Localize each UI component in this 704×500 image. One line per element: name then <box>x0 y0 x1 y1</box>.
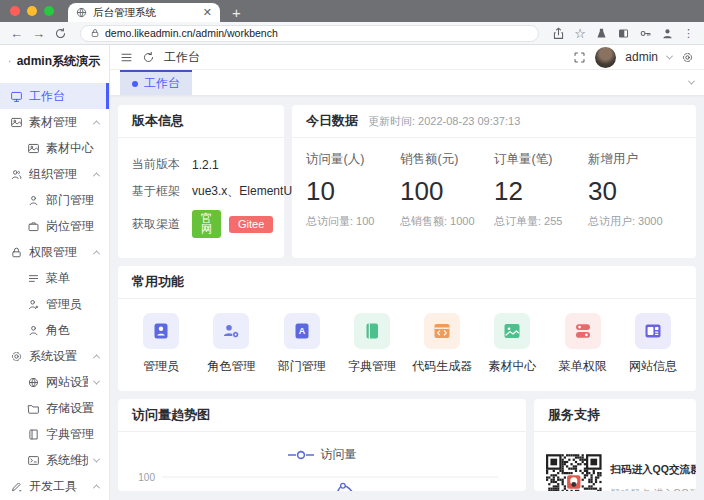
minimize-window-button[interactable] <box>27 6 37 16</box>
version-row: 当前版本 1.2.1 <box>132 156 270 173</box>
user-menu-chevron-icon[interactable] <box>666 52 673 59</box>
tag-view-bar: 工作台 <box>110 70 704 96</box>
department-icon: A <box>292 321 312 341</box>
sidebar-group-material[interactable]: 素材管理 <box>0 109 109 135</box>
material-center-icon <box>502 321 522 341</box>
sidepanel-icon[interactable] <box>617 27 630 40</box>
collapse-icon <box>93 354 100 361</box>
likeadmin-logo-icon <box>9 53 11 70</box>
settings-gear-icon[interactable] <box>681 51 694 64</box>
app-logo[interactable]: admin系统演示 <box>0 45 109 77</box>
update-time: 更新时间: 2022-08-23 09:37:13 <box>368 114 520 129</box>
tab-close-icon[interactable]: ✕ <box>203 7 212 18</box>
reload-icon[interactable] <box>54 27 67 40</box>
gitee-button[interactable]: Gitee <box>229 216 273 233</box>
list-icon <box>27 272 40 285</box>
sidebar-item-storage-settings[interactable]: 存储设置 <box>0 395 109 421</box>
sidebar-group-organization[interactable]: 组织管理 <box>0 161 109 187</box>
sidebar: admin系统演示 工作台 素材管理 素材中心 组织管理 部门管理 <box>0 45 110 500</box>
qq-group-qr-code <box>546 448 602 491</box>
bookmark-star-icon[interactable]: ☆ <box>574 27 586 40</box>
trend-card-title: 访问量趋势图 <box>132 406 210 424</box>
tabs-dropdown-chevron-icon[interactable] <box>688 78 695 85</box>
refresh-icon[interactable] <box>142 51 155 64</box>
sidebar-item-role[interactable]: 角色 <box>0 317 109 343</box>
user-avatar[interactable] <box>595 47 616 68</box>
zoom-window-button[interactable] <box>44 6 54 16</box>
today-card-title: 今日数据 <box>306 112 358 130</box>
username[interactable]: admin <box>625 50 658 64</box>
window-controls <box>10 0 54 22</box>
sidebar-item-menu[interactable]: 菜单 <box>0 265 109 291</box>
app-title: admin系统演示 <box>17 53 100 70</box>
password-key-icon[interactable] <box>639 27 652 40</box>
tab-workbench[interactable]: 工作台 <box>120 70 192 95</box>
sidebar-item-material-center[interactable]: 素材中心 <box>0 135 109 161</box>
back-icon[interactable]: ← <box>10 27 23 40</box>
legend-label: 访问量 <box>321 446 357 463</box>
hamburger-menu-icon[interactable] <box>120 51 133 64</box>
sidebar-group-system-settings[interactable]: 系统设置 <box>0 343 109 369</box>
func-department[interactable]: A 部门管理 <box>267 313 337 375</box>
sidebar-item-admin[interactable]: 管理员 <box>0 291 109 317</box>
official-site-button[interactable]: 官网 <box>192 210 221 238</box>
stat-new-users: 新增用户 30 总访用户: 3000 <box>588 151 682 229</box>
browser-menu-icon[interactable]: ⋮ <box>683 28 694 39</box>
menu-permission-icon <box>573 321 593 341</box>
main-area: 工作台 admin 工作台 版本信息 当前版本 <box>110 45 704 500</box>
legend-marker-icon <box>288 450 314 460</box>
collapse-icon <box>93 484 100 491</box>
func-menu-permission[interactable]: 菜单权限 <box>548 313 618 375</box>
gear-icon <box>10 350 23 363</box>
func-dictionary[interactable]: 字典管理 <box>337 313 407 375</box>
monitor-icon <box>10 90 23 103</box>
fullscreen-icon[interactable] <box>573 51 586 64</box>
extension-icon[interactable] <box>595 27 608 40</box>
func-material-center[interactable]: 素材中心 <box>477 313 547 375</box>
version-info-card: 版本信息 当前版本 1.2.1 基于框架 vue3.x、ElementUI、My… <box>118 105 284 258</box>
folder-icon <box>27 402 40 415</box>
picture-icon <box>10 116 23 129</box>
sidebar-group-dev-tools[interactable]: 开发工具 <box>0 473 109 499</box>
lock-icon <box>90 28 100 38</box>
browser-tab[interactable]: 后台管理系统 ✕ <box>68 3 220 22</box>
expand-icon <box>93 455 100 462</box>
sidebar-group-permission[interactable]: 权限管理 <box>0 239 109 265</box>
browser-tab-strip: 后台管理系统 ✕ + <box>0 0 704 22</box>
people-icon <box>10 168 23 181</box>
pen-icon <box>10 480 23 493</box>
stat-visits: 访问量(人) 10 总访问量: 100 <box>306 151 400 229</box>
functions-card-title: 常用功能 <box>132 273 184 291</box>
new-tab-button[interactable]: + <box>232 5 241 20</box>
sidebar-item-workbench[interactable]: 工作台 <box>0 83 109 109</box>
expand-icon <box>93 377 100 384</box>
sidebar-item-system-maintenance[interactable]: 系统维护 <box>0 447 109 473</box>
func-code-generator[interactable]: 代码生成器 <box>407 313 477 375</box>
browser-profile-icon[interactable] <box>661 27 674 40</box>
browser-toolbar: ← → demo.likeadmin.cn/admin/workbench ☆ … <box>0 22 704 45</box>
top-header: 工作台 admin <box>110 45 704 70</box>
forward-icon[interactable]: → <box>32 27 45 40</box>
sidebar-item-website-settings[interactable]: 网站设置 <box>0 369 109 395</box>
func-admin[interactable]: 管理员 <box>126 313 196 375</box>
share-icon[interactable] <box>552 27 565 40</box>
svg-text:100: 100 <box>138 472 155 483</box>
close-window-button[interactable] <box>10 6 20 16</box>
sidebar-item-department[interactable]: 部门管理 <box>0 187 109 213</box>
func-role[interactable]: 角色管理 <box>196 313 266 375</box>
browser-tab-title: 后台管理系统 <box>93 6 197 20</box>
qr-subcaption: 疑难疑点 进入QQ群 <box>611 487 684 491</box>
chart-legend[interactable]: 访问量 <box>118 446 526 463</box>
sidebar-item-dictionary[interactable]: 字典管理 <box>0 421 109 447</box>
dictionary-icon <box>362 321 382 341</box>
address-bar[interactable]: demo.likeadmin.cn/admin/workbench <box>80 25 539 42</box>
sidebar-item-position[interactable]: 岗位管理 <box>0 213 109 239</box>
row-bottom: 访问量趋势图 访问量 406080100 服务支持 <box>118 399 696 491</box>
visit-trend-card: 访问量趋势图 访问量 406080100 <box>118 399 526 491</box>
support-card-title: 服务支持 <box>548 406 600 424</box>
func-website-info[interactable]: 网站信息 <box>618 313 688 375</box>
person-icon <box>27 324 40 337</box>
svg-text:A: A <box>298 326 305 336</box>
today-data-card: 今日数据 更新时间: 2022-08-23 09:37:13 访问量(人) 10… <box>292 105 696 258</box>
admin-app: admin系统演示 工作台 素材管理 素材中心 组织管理 部门管理 <box>0 45 704 500</box>
